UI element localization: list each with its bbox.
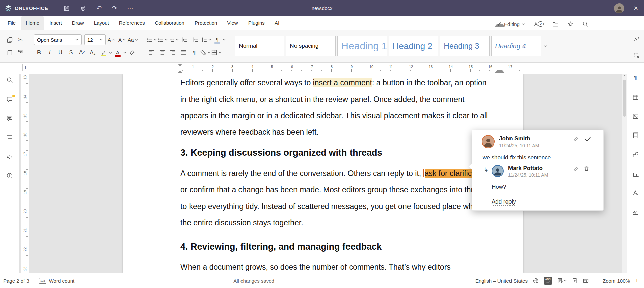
align-center-button[interactable] — [157, 47, 167, 57]
chevron-down-icon[interactable] — [109, 52, 112, 54]
search-button[interactable] — [582, 21, 588, 27]
redo-button[interactable]: ↷ — [112, 5, 117, 11]
feedback-button[interactable] — [5, 153, 14, 160]
page-indicator[interactable]: Page 2 of 3 — [3, 278, 29, 284]
style-heading-2[interactable]: Heading 2 — [389, 36, 438, 56]
menu-tab-protection[interactable]: Protection — [190, 16, 222, 30]
paragraph-settings-button[interactable]: ¶ — [631, 74, 640, 82]
menu-tab-view[interactable]: View — [222, 16, 243, 30]
tab-stop-selector[interactable]: L — [22, 64, 30, 71]
menu-tab-plugins[interactable]: Plugins — [243, 16, 270, 30]
shape-settings-button[interactable] — [631, 151, 640, 158]
style-heading-1[interactable]: Heading 1 — [337, 36, 387, 56]
hanging-indent-marker[interactable] — [178, 68, 182, 73]
save-button[interactable] — [63, 5, 70, 11]
edit-comment-button[interactable] — [573, 136, 579, 142]
font-size-select[interactable]: 12 — [84, 34, 106, 45]
track-changes-display-button[interactable] — [557, 278, 567, 284]
decrease-indent-button[interactable] — [179, 35, 190, 45]
document-page[interactable]: Editors generally offer several ways to … — [123, 74, 523, 273]
users-button[interactable]: 2 — [533, 21, 544, 27]
menu-tab-collaboration[interactable]: Collaboration — [150, 16, 189, 30]
chevron-down-icon[interactable] — [123, 52, 126, 54]
menu-tab-home[interactable]: Home — [21, 16, 44, 30]
menu-tab-ai[interactable]: AI — [270, 16, 284, 30]
chart-settings-button[interactable] — [631, 170, 640, 177]
copy-button[interactable] — [5, 35, 15, 45]
find-button[interactable] — [5, 76, 14, 84]
italic-button[interactable]: I — [45, 48, 55, 58]
subscript-button[interactable]: A₂ — [88, 48, 98, 58]
undo-button[interactable]: ↶ — [96, 5, 102, 11]
menu-tab-references[interactable]: References — [114, 16, 150, 30]
more-actions-button[interactable]: ⋯ — [127, 5, 133, 11]
chat-panel-button[interactable] — [5, 115, 14, 122]
edit-reply-button[interactable] — [573, 166, 579, 172]
style-no-spacing[interactable]: No spacing — [286, 36, 336, 56]
font-color-button[interactable]: A — [113, 48, 123, 58]
cut-button[interactable]: ✂ — [15, 35, 25, 45]
headerfooter-settings-button[interactable] — [631, 132, 640, 139]
multilevel-list-button[interactable] — [168, 35, 179, 45]
align-right-button[interactable] — [168, 47, 178, 57]
underline-button[interactable]: U — [55, 48, 65, 58]
style-normal[interactable]: Normal — [235, 36, 284, 56]
strikethrough-button[interactable]: S — [66, 48, 76, 58]
highlight-color-button[interactable] — [98, 48, 108, 58]
fit-width-button[interactable] — [583, 278, 589, 284]
align-left-button[interactable] — [146, 47, 156, 57]
menu-tab-draw[interactable]: Draw — [67, 16, 89, 30]
paste-button[interactable] — [5, 47, 15, 57]
favorite-button[interactable] — [568, 21, 574, 27]
paragraph-color-button[interactable]: ¶ — [212, 35, 222, 45]
more-styles-button[interactable] — [541, 36, 549, 56]
image-settings-button[interactable] — [631, 113, 640, 120]
table-settings-button[interactable] — [631, 94, 640, 101]
style-heading-4[interactable]: Heading 4 — [491, 36, 541, 56]
add-reply-button[interactable]: Add reply — [492, 198, 516, 206]
numbered-list-button[interactable] — [157, 35, 168, 45]
user-avatar[interactable] — [614, 3, 624, 13]
fit-page-button[interactable] — [572, 278, 578, 284]
navigation-panel-button[interactable] — [5, 134, 14, 141]
commented-text-inactive[interactable]: insert a comment — [313, 78, 372, 87]
print-button[interactable] — [80, 5, 86, 11]
word-count-button[interactable]: 123 Word count — [39, 278, 74, 284]
open-file-location-button[interactable] — [552, 21, 559, 27]
menu-tab-layout[interactable]: Layout — [89, 16, 114, 30]
scroll-up-arrow[interactable]: ▲ — [622, 74, 627, 77]
document-language[interactable]: English – United States — [475, 278, 528, 284]
spell-check-button[interactable]: ABC — [544, 277, 552, 285]
nonprinting-characters-button[interactable]: ¶ — [189, 47, 199, 57]
superscript-button[interactable]: A² — [77, 48, 87, 58]
textart-settings-button[interactable] — [631, 189, 640, 196]
about-button[interactable] — [5, 172, 14, 179]
line-spacing-button[interactable] — [201, 35, 211, 45]
delete-reply-button[interactable] — [584, 166, 589, 171]
scrollbar-thumb[interactable] — [623, 80, 626, 117]
change-case-button[interactable]: Aa — [128, 35, 138, 45]
shading-button[interactable] — [200, 47, 210, 57]
menu-tab-file[interactable]: File — [3, 16, 21, 30]
editing-mode-selector[interactable]: Editing — [497, 21, 525, 27]
signature-settings-button[interactable] — [631, 208, 640, 216]
chevron-down-icon[interactable] — [223, 39, 226, 41]
select-all-button[interactable] — [631, 50, 641, 60]
comments-panel-button[interactable] — [5, 96, 14, 103]
zoom-in-button[interactable]: + — [635, 278, 639, 284]
menu-tab-insert[interactable]: Insert — [44, 16, 67, 30]
increase-font-size-button[interactable]: A — [106, 35, 116, 45]
clear-style-button[interactable] — [127, 48, 137, 58]
replace-button[interactable] — [631, 34, 641, 44]
zoom-out-button[interactable]: − — [594, 278, 598, 284]
set-language-button[interactable] — [533, 278, 539, 284]
vertical-scrollbar[interactable]: ▲ — [622, 74, 627, 273]
resolve-comment-button[interactable] — [584, 136, 591, 143]
increase-indent-button[interactable] — [190, 35, 200, 45]
copy-style-button[interactable] — [15, 47, 25, 57]
decrease-font-size-button[interactable]: A — [117, 35, 127, 45]
font-name-select[interactable]: Open Sans — [34, 34, 82, 45]
close-button[interactable]: × — [634, 5, 638, 12]
right-indent-marker[interactable] — [495, 68, 505, 73]
bold-button[interactable]: B — [34, 48, 44, 58]
